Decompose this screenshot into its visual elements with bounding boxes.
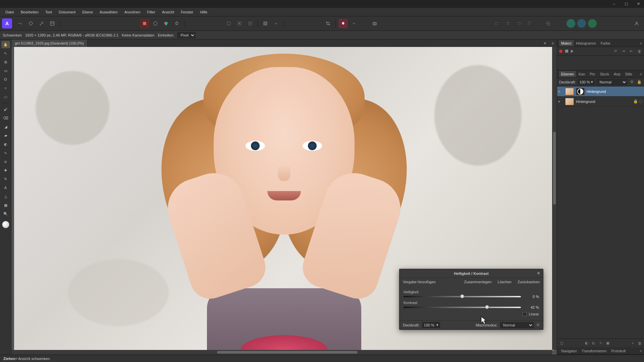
menu-help[interactable]: Hilfe (197, 9, 211, 15)
layer-row[interactable]: ▸ Hintergrund (557, 86, 644, 97)
quickmask-icon[interactable] (261, 19, 270, 28)
tab-color[interactable]: Farbe (599, 40, 612, 46)
dialog-blend-select[interactable]: Normal (500, 322, 534, 328)
mesh-tool-icon[interactable]: ▦ (1, 201, 10, 209)
align-center-icon[interactable] (503, 19, 513, 28)
crop-tool-icon[interactable] (323, 19, 333, 28)
assistant-dropdown-icon[interactable] (349, 19, 359, 28)
pen-tool-icon[interactable]: ✎ (1, 175, 10, 183)
persona-export-icon[interactable] (48, 19, 57, 28)
tab-adjust[interactable]: Anp (612, 71, 623, 77)
macro-play-icon[interactable] (571, 50, 574, 53)
autocolor-icon[interactable] (161, 19, 171, 28)
smudge-tool-icon[interactable]: ∿ (1, 149, 10, 157)
menu-edit[interactable]: Bearbeiten (17, 9, 42, 15)
layers-opacity-field[interactable]: 100 %▾ (578, 79, 595, 85)
menu-view[interactable]: Ansicht (159, 9, 177, 15)
layers-cog-icon[interactable]: ⚙ (629, 79, 635, 85)
gradient-tool-icon[interactable]: ▰ (1, 132, 10, 139)
brightness-slider[interactable] (404, 296, 521, 297)
window-maximize-button[interactable]: ▢ (622, 1, 631, 7)
contrast-value[interactable]: 42 % (524, 305, 539, 309)
tab-stock[interactable]: Stock (598, 71, 611, 77)
tab-macro[interactable]: Makro (559, 40, 574, 46)
layers-blend-select[interactable]: Normal (597, 79, 627, 85)
linear-checkbox[interactable] (523, 312, 527, 316)
document-tab[interactable]: girl-511883_1920.jpg [Geändert] (100,0%) (11, 40, 88, 47)
layer-visibility-icon[interactable]: ▸ (558, 99, 563, 104)
brightness-value[interactable]: 0 % (524, 295, 539, 299)
selection-brush-tool-icon[interactable]: ⬭ (1, 93, 10, 101)
zoom-tool-icon[interactable]: 🔍 (1, 210, 10, 218)
camera-icon[interactable] (370, 19, 379, 28)
persona-liquify-icon[interactable] (15, 19, 25, 28)
tab-navigator[interactable]: Navigator (559, 348, 579, 354)
align-top-icon[interactable] (525, 19, 534, 28)
autowb-icon[interactable] (172, 19, 181, 28)
studio-tabs-mid-menu-icon[interactable]: ≡ (638, 71, 644, 77)
layers-lock-icon[interactable]: 🔒 (637, 79, 642, 85)
layer-row[interactable]: ▸ Hintergrund 🔒 (557, 97, 644, 107)
sync-account-icon[interactable] (567, 19, 575, 28)
layer-mask-icon[interactable]: ◻ (558, 340, 565, 346)
macro-import-icon[interactable]: ⇥ (621, 49, 626, 54)
tab-history[interactable]: Protokoll (609, 348, 628, 354)
menu-document[interactable]: Dokument (55, 9, 79, 15)
selection-subtract-icon[interactable] (246, 19, 255, 28)
macro-reset-icon[interactable]: ↺ (612, 49, 618, 54)
dialog-gear-icon[interactable]: ⚙ (536, 323, 540, 327)
persona-develop-icon[interactable] (26, 19, 36, 28)
autocontrast-icon[interactable] (140, 19, 149, 28)
layer-name[interactable]: Hintergrund (576, 100, 631, 104)
dialog-close-icon[interactable]: ✕ (536, 270, 541, 276)
shape-tool-icon[interactable]: △ (1, 193, 10, 200)
erase-tool-icon[interactable]: ⌫ (1, 114, 10, 122)
macro-export-icon[interactable]: ⇤ (629, 49, 634, 54)
layer-adjustment-icon[interactable]: ◐ (584, 340, 590, 346)
tab-channels[interactable]: Kan (577, 71, 587, 77)
assistant-icon[interactable] (338, 19, 348, 28)
layer-fx-icon[interactable]: fx (591, 340, 597, 346)
horizontal-scrollbar[interactable] (11, 350, 552, 355)
layer-delete-icon[interactable]: 🗑 (637, 340, 643, 346)
fill-tool-icon[interactable]: ◢ (1, 123, 10, 130)
quickmask-dropdown-icon[interactable] (271, 19, 281, 28)
align-left-icon[interactable] (492, 19, 502, 28)
autolevels-icon[interactable] (151, 19, 160, 28)
layer-tag-dot[interactable] (639, 90, 643, 93)
selection-new-icon[interactable] (224, 19, 233, 28)
menu-select[interactable]: Auswählen (96, 9, 121, 15)
menu-arrange[interactable]: Anordnen (121, 9, 144, 15)
tab-styles[interactable]: Stile (623, 71, 634, 77)
dialog-add-preset-link[interactable]: Vorgabe hinzufügen (403, 280, 436, 284)
move-tool-icon[interactable]: ↖ (1, 50, 10, 57)
context-units-select[interactable]: Pixel (177, 32, 196, 38)
flood-select-tool-icon[interactable]: ✧ (1, 84, 10, 92)
brightness-contrast-dialog[interactable]: Helligkeit / Kontrast ✕ Vorgabe hinzufüg… (399, 269, 543, 330)
studio-tabs-top-menu-icon[interactable]: ≡ (638, 40, 644, 46)
menu-window[interactable]: Fenster (177, 9, 197, 15)
studio-panel-menu-icon[interactable]: ≡ (549, 40, 556, 47)
dodge-tool-icon[interactable]: ◐ (1, 140, 10, 148)
clone-tool-icon[interactable]: ⧇ (1, 158, 10, 165)
layer-group-icon[interactable]: ▣ (605, 340, 611, 346)
dialog-merge-link[interactable]: Zusammenlegen (464, 280, 491, 284)
text-tool-icon[interactable]: A (1, 184, 10, 191)
layer-visibility-icon[interactable]: ▸ (558, 89, 563, 94)
hand-tool-icon[interactable]: ✋ (1, 41, 10, 48)
tab-transform[interactable]: Transformieren (580, 348, 608, 354)
menu-layer[interactable]: Ebene (79, 9, 96, 15)
menu-filter[interactable]: Filter (144, 9, 159, 15)
layer-name[interactable]: Hintergrund (587, 89, 637, 94)
sync-cloud-icon[interactable] (577, 19, 586, 28)
window-close-button[interactable]: ✕ (634, 1, 643, 7)
window-minimize-button[interactable]: – (610, 1, 619, 7)
lasso-tool-icon[interactable]: ʘ (1, 76, 10, 83)
tab-pins[interactable]: Pin (588, 71, 597, 77)
arrange-icon[interactable] (541, 19, 555, 28)
menu-file[interactable]: Datei (2, 9, 17, 15)
crop-tool-icon[interactable]: ⧉ (1, 58, 10, 66)
layer-tag-dot[interactable] (639, 100, 643, 103)
vertical-scrollbar[interactable] (552, 47, 557, 350)
contrast-slider[interactable] (404, 307, 521, 308)
